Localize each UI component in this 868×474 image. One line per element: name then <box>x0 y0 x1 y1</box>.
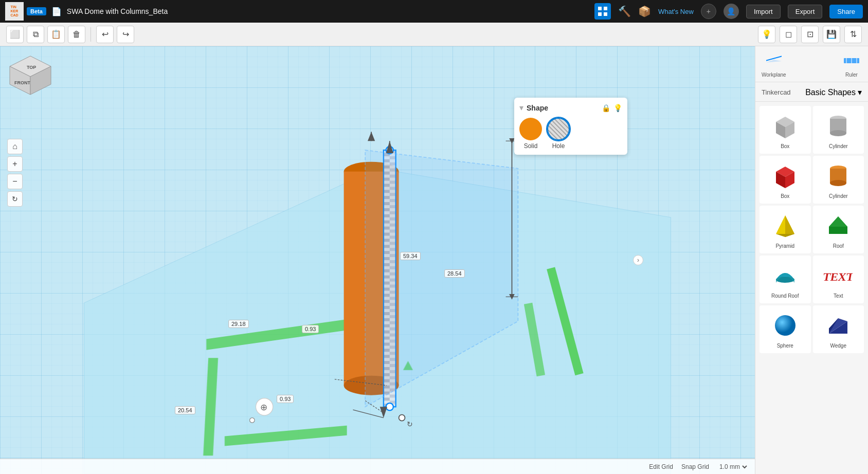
pyramid-yellow-preview <box>770 210 801 241</box>
measurement-2: 28.54 <box>444 269 465 278</box>
svg-rect-1 <box>604 7 607 10</box>
shape-cylinder-gray[interactable]: Cylinder <box>813 106 864 154</box>
svg-marker-64 <box>776 234 794 237</box>
box-red-preview <box>770 160 801 191</box>
redo-button[interactable]: ↪ <box>117 26 134 43</box>
viewport[interactable]: ↻ ⊕ <box>0 46 755 474</box>
svg-marker-67 <box>829 227 847 234</box>
panel-collapse-button[interactable]: › <box>633 255 643 265</box>
import-button[interactable]: Import <box>746 5 781 19</box>
svg-text:FRONT: FRONT <box>14 80 30 85</box>
measurement-1: 59.34 <box>400 252 421 260</box>
shapes-dropdown[interactable]: Basic Shapes ▾ <box>805 87 862 97</box>
copy-button[interactable]: ⧉ <box>27 26 44 43</box>
box-icon[interactable]: 📦 <box>638 5 651 17</box>
right-panel: Workplane Ruler Tinkercad Basic Shapes <box>755 46 868 474</box>
add-user-button[interactable]: + <box>701 4 716 19</box>
rotate-button[interactable]: ↻ <box>7 191 23 207</box>
shape-box-gray[interactable]: Box <box>760 106 811 154</box>
add-user-icon: + <box>707 7 711 15</box>
svg-text:↻: ↻ <box>407 420 413 428</box>
measurement-4: 0.93 <box>302 325 319 333</box>
paste-button[interactable]: 📋 <box>47 26 65 43</box>
toolbar2-right: 💡 ◻ ⊡ 💾 ⇅ <box>758 26 862 43</box>
svg-rect-3 <box>604 12 607 16</box>
roof-green-preview <box>823 210 854 241</box>
basic-shapes-label: Basic Shapes <box>805 88 856 97</box>
ruler-button[interactable]: Ruler <box>841 50 862 78</box>
sphere-blue-preview <box>770 310 801 341</box>
topbar: TINKERCAD Beta 📄 SWA Dome with Columns_B… <box>0 0 868 23</box>
box-red-label: Box <box>781 193 789 199</box>
workplane-button[interactable]: Workplane <box>762 50 786 78</box>
flip-button[interactable]: ⇅ <box>844 26 862 43</box>
lock-icon[interactable]: 🔒 <box>602 104 610 112</box>
shape-box-red[interactable]: Box <box>760 156 811 204</box>
info-icon[interactable]: 💡 <box>613 104 622 112</box>
svg-marker-63 <box>785 215 794 237</box>
viewcube[interactable]: TOP FRONT <box>7 53 53 100</box>
svg-point-61 <box>830 180 846 186</box>
cylinder-gray-label: Cylinder <box>829 143 848 149</box>
zoom-in-button[interactable]: + <box>7 156 23 172</box>
logo: TINKERCAD Beta <box>5 2 46 21</box>
cylinder-orange-preview <box>823 160 854 191</box>
shape-panel-header: ▾ Shape 🔒 💡 <box>519 103 622 113</box>
export-button[interactable]: Export <box>788 5 823 19</box>
project-title: SWA Dome with Columns_Beta <box>67 7 168 15</box>
solid-option[interactable]: Solid <box>519 118 542 150</box>
shape-cylinder-orange[interactable]: Cylinder <box>813 156 864 204</box>
undo-button[interactable]: ↩ <box>96 26 114 43</box>
svg-rect-2 <box>598 12 602 16</box>
home-button[interactable]: ⌂ <box>7 139 23 154</box>
box-gray-label: Box <box>781 143 789 149</box>
shape-pyramid-yellow[interactable]: Pyramid <box>760 206 811 253</box>
new-button[interactable]: ⬜ <box>6 26 24 43</box>
round-roof-cyan-label: Round Roof <box>771 293 799 299</box>
svg-point-27 <box>399 415 405 421</box>
hole-label: Hole <box>552 142 565 150</box>
snap-value-select[interactable]: 1.0 mm 0.5 mm 2.0 mm <box>717 463 749 471</box>
svg-text:TEXT: TEXT <box>824 270 853 283</box>
shape-panel: ▾ Shape 🔒 💡 Solid Hole <box>514 98 627 155</box>
hole-option[interactable]: Hole <box>547 118 570 150</box>
zoom-out-button[interactable]: − <box>7 174 23 189</box>
group-button[interactable]: ⊡ <box>801 26 819 43</box>
logo-box[interactable]: TINKERCAD <box>5 2 24 21</box>
grid-view-button[interactable] <box>594 3 611 20</box>
edit-grid-button[interactable]: Edit Grid <box>649 463 673 470</box>
measurement-3: 29.18 <box>228 320 249 328</box>
shape-text-red[interactable]: TEXT Text <box>813 256 864 303</box>
dropdown-chevron-icon: ▾ <box>858 87 862 97</box>
cylinder-orange-label: Cylinder <box>829 193 848 199</box>
shape-panel-collapse-icon[interactable]: ▾ <box>519 103 523 113</box>
shape-wedge-navy[interactable]: Wedge <box>813 305 864 353</box>
save-button[interactable]: 💾 <box>823 26 840 43</box>
document-icon: 📄 <box>51 7 62 16</box>
shape-round-roof-cyan[interactable]: Round Roof <box>760 256 811 303</box>
svg-text:TOP: TOP <box>27 65 36 70</box>
sphere-blue-label: Sphere <box>777 343 793 349</box>
measurement-5: 20.54 <box>175 406 195 414</box>
light-button[interactable]: 💡 <box>758 26 775 43</box>
hole-preview <box>547 118 570 140</box>
shapes-grid: Box Cylinder <box>755 102 868 357</box>
svg-point-70 <box>775 315 795 336</box>
svg-point-55 <box>830 130 846 136</box>
svg-point-36 <box>250 418 255 423</box>
wedge-navy-preview <box>823 310 854 341</box>
shape-roof-green[interactable]: Roof <box>813 206 864 253</box>
toolbar2: ⬜ ⧉ 📋 🗑 ↩ ↪ 💡 ◻ ⊡ 💾 ⇅ <box>0 23 868 46</box>
shape-sphere-blue[interactable]: Sphere <box>760 305 811 353</box>
select-cutout-button[interactable]: ◻ <box>780 26 797 43</box>
snap-grid-label: Snap Grid <box>681 463 709 470</box>
panel-shapes-header: Tinkercad Basic Shapes ▾ <box>755 82 868 102</box>
share-button[interactable]: Share <box>829 5 863 19</box>
delete-button[interactable]: 🗑 <box>68 26 85 43</box>
user-avatar[interactable]: 👤 <box>724 4 739 19</box>
whats-new-button[interactable]: What's New <box>658 8 694 15</box>
wedge-navy-label: Wedge <box>830 343 846 349</box>
ruler-icon <box>841 50 862 71</box>
zoom-controls: ⌂ + − ↻ <box>7 139 23 207</box>
hammer-icon[interactable]: 🔨 <box>618 5 631 17</box>
